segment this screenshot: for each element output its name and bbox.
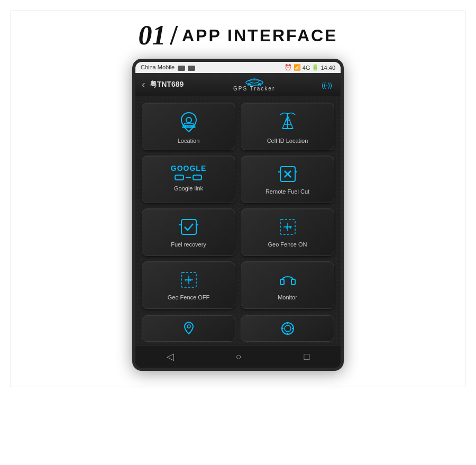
monitor-button[interactable]: Monitor: [241, 261, 334, 309]
carrier-text: China Mobile: [141, 64, 195, 70]
google-link-button[interactable]: GOOGLE Google link: [142, 156, 235, 203]
header-slash: /: [170, 22, 178, 49]
partial-left-icon: [181, 321, 196, 336]
back-button[interactable]: ‹: [142, 78, 145, 90]
page-header: 01 / APP INTERFACE: [27, 22, 449, 49]
remote-fuel-cut-button[interactable]: Remote Fuel Cut: [241, 156, 334, 203]
plate-number: 粤TNT689: [150, 80, 184, 89]
location-label: Location: [178, 137, 200, 144]
signal-strength: ((·)): [319, 79, 334, 90]
antenna-icon: ((·)): [319, 79, 334, 90]
nav-logo: GPS Tracker: [189, 77, 319, 92]
svg-point-0: [246, 80, 263, 85]
fuel-recovery-icon: [179, 217, 198, 236]
svg-rect-20: [181, 220, 196, 234]
svg-rect-32: [291, 279, 295, 285]
signal-icon: 4G: [303, 65, 310, 71]
svg-point-5: [186, 117, 191, 123]
location-button[interactable]: Location: [142, 103, 235, 150]
svg-text:ON: ON: [286, 225, 291, 229]
svg-point-7: [185, 125, 186, 127]
partial-left-button[interactable]: [142, 315, 235, 342]
status-icons: ⏰ 📶 4G 🔋 14:40: [285, 64, 335, 71]
geo-fence-off-label: Geo Fence OFF: [168, 294, 209, 301]
svg-point-35: [285, 325, 291, 332]
cell-id-button[interactable]: Cell ID Location: [241, 103, 334, 150]
remote-fuel-cut-label: Remote Fuel Cut: [266, 188, 309, 195]
back-nav-button[interactable]: ◁: [167, 351, 174, 362]
svg-text:OFF: OFF: [185, 279, 191, 282]
monitor-label: Monitor: [278, 294, 297, 301]
geo-fence-off-icon: OFF: [179, 270, 198, 289]
recent-nav-button[interactable]: □: [304, 351, 309, 362]
svg-text:((·)): ((·)): [322, 81, 332, 89]
google-icon: GOOGLE: [171, 165, 206, 180]
svg-point-8: [191, 125, 193, 127]
app-grid: Location: [135, 96, 341, 315]
location-icon: [179, 112, 198, 133]
monitor-icon: [278, 270, 297, 289]
nav-bar: ‹ 粤TNT689 GPS Tracker ((·)): [135, 73, 341, 96]
battery-icon: 🔋: [312, 64, 319, 71]
svg-rect-31: [280, 279, 284, 285]
header-title: APP INTERFACE: [182, 26, 337, 45]
car-icon: [244, 77, 265, 86]
svg-point-33: [187, 325, 190, 328]
google-link-label: Google link: [174, 185, 203, 192]
partial-right-button[interactable]: [241, 315, 334, 342]
wifi-icon: 📶: [294, 64, 301, 71]
header-number: 01: [139, 22, 166, 49]
fuel-recovery-label: Fuel recovery: [171, 241, 206, 248]
fuel-cut-icon: [278, 165, 297, 184]
cell-id-label: Cell ID Location: [267, 137, 308, 144]
svg-line-11: [288, 116, 293, 129]
alarm-icon: ⏰: [285, 64, 292, 71]
geo-fence-on-button[interactable]: ON Geo Fence ON: [241, 208, 334, 256]
phone-frame: China Mobile ⏰ 📶 4G 🔋 14:40 ‹ 粤TNT689: [132, 59, 344, 371]
home-nav-button[interactable]: ○: [236, 351, 242, 362]
time-display: 14:40: [321, 65, 335, 71]
fuel-recovery-button[interactable]: Fuel recovery: [142, 208, 235, 256]
svg-line-10: [282, 116, 288, 129]
partial-right-icon: [280, 321, 295, 336]
geo-fence-on-label: Geo Fence ON: [268, 241, 307, 248]
bottom-nav: ◁ ○ □: [135, 345, 341, 368]
svg-point-34: [282, 323, 294, 334]
geo-fence-off-button[interactable]: OFF Geo Fence OFF: [142, 261, 235, 309]
partial-row: [135, 315, 341, 345]
logo-text: GPS Tracker: [233, 86, 275, 92]
cell-icon: [278, 112, 297, 133]
svg-point-1: [250, 79, 259, 83]
outer-container: 01 / APP INTERFACE China Mobile ⏰ 📶 4G 🔋…: [11, 11, 465, 387]
geo-fence-on-icon: ON: [278, 217, 297, 236]
status-bar: China Mobile ⏰ 📶 4G 🔋 14:40: [135, 62, 341, 73]
